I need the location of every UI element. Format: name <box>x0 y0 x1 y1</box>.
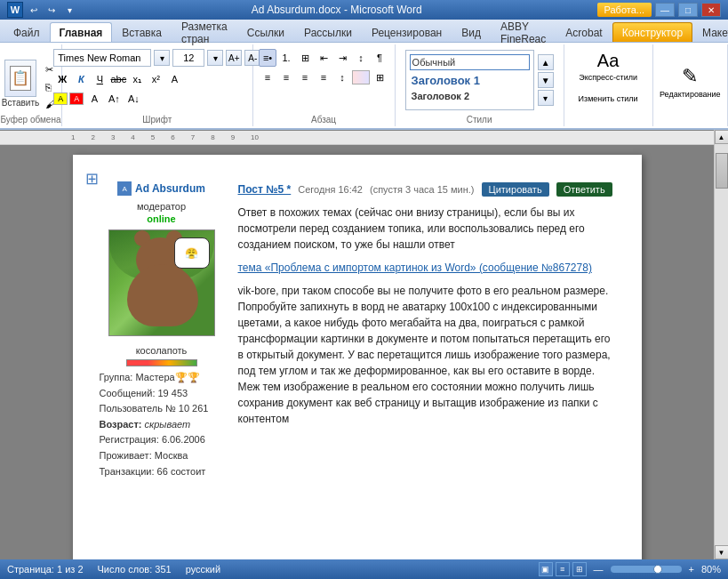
ribbon-panel: 📋 Вставить ✂ ⎘ 🖌 Буфер обмена Times New … <box>0 43 728 130</box>
clipboard-group-label: Буфер обмена <box>0 115 61 125</box>
tab-refs[interactable]: Ссылки <box>237 22 294 42</box>
ribbon-tabs: Файл Главная Вставка Разметка стран Ссыл… <box>0 20 728 43</box>
tab-acrobat[interactable]: Acrobat <box>556 22 612 42</box>
tab-review[interactable]: Рецензирован <box>362 22 452 42</box>
word-count: Число слов: 351 <box>98 564 172 575</box>
window-title: Ad Absurdum.docx - Microsoft Word <box>76 4 597 16</box>
zoom-slider[interactable] <box>611 566 682 573</box>
tab-mailings[interactable]: Рассылки <box>294 22 362 42</box>
close-button[interactable]: ✕ <box>701 3 721 17</box>
document-page-wrapper: ⊞ A Ad Absurdum модератор online <box>73 155 642 549</box>
redo-button[interactable]: ↪ <box>44 3 59 17</box>
post-body-text: vik-bore, при таком способе вы не получи… <box>238 283 615 427</box>
sort-button[interactable]: ↕ <box>352 49 370 67</box>
heading2-style[interactable]: Заголовок 2 <box>410 89 530 103</box>
title-bar-left: W ↩ ↪ ▾ <box>7 2 76 18</box>
font-name-dropdown[interactable]: ▾ <box>154 50 170 66</box>
increase-font-button[interactable]: A+ <box>226 50 242 66</box>
normal-style[interactable]: Обычный <box>410 54 530 70</box>
shading-button[interactable] <box>352 70 370 84</box>
tab-view[interactable]: Вид <box>452 22 491 42</box>
italic-button[interactable]: К <box>72 70 90 88</box>
cite-button[interactable]: Цитировать <box>482 182 549 197</box>
text-effects-button[interactable]: A <box>85 90 103 108</box>
highlight-color-button[interactable]: A <box>53 92 68 105</box>
change-styles-button[interactable]: Изменить стили <box>572 85 644 112</box>
font-grow-button[interactable]: A↑ <box>105 90 123 108</box>
font-size-box[interactable]: 12 <box>172 49 204 67</box>
username-link[interactable]: Ad Absurdum <box>135 182 205 195</box>
styles-gallery[interactable]: Обычный Заголовок 1 Заголовок 2 <box>405 50 534 110</box>
stat-age: Возраст: скрывает <box>100 417 224 433</box>
tab-constructor[interactable]: Конструктор <box>612 22 692 42</box>
align-center-button[interactable]: ≡ <box>277 68 295 86</box>
ribbon-group-express-styles: Aa Экспресс-стили Изменить стили <box>564 44 653 126</box>
vertical-scrollbar[interactable]: ▲ ▼ <box>714 130 728 559</box>
scroll-down-button[interactable]: ▼ <box>715 545 729 559</box>
align-right-button[interactable]: ≡ <box>296 68 314 86</box>
strikethrough-button[interactable]: abc <box>109 70 127 88</box>
scroll-track[interactable] <box>715 144 729 545</box>
bold-button[interactable]: Ж <box>53 70 71 88</box>
post-number-link[interactable]: Пост №5 * <box>238 181 292 197</box>
justify-button[interactable]: ≡ <box>315 68 332 86</box>
font-color-button[interactable]: A <box>69 92 84 105</box>
subscript-button[interactable]: x₁ <box>128 70 146 88</box>
zoom-minus-button[interactable]: — <box>594 564 604 575</box>
active-tab-indicator[interactable]: Работа... <box>597 3 652 17</box>
web-layout-button[interactable]: ⊞ <box>572 562 587 576</box>
zoom-plus-button[interactable]: + <box>689 564 694 575</box>
paste-icon: 📋 <box>4 60 36 97</box>
styles-scroll-down[interactable]: ▼ <box>538 72 554 88</box>
font-group-label: Шрифт <box>62 115 252 125</box>
numbering-button[interactable]: 1. <box>277 49 295 67</box>
styles-scroll-up[interactable]: ▲ <box>538 54 554 70</box>
minimize-button[interactable]: — <box>655 3 675 17</box>
user-header: A Ad Absurdum <box>117 181 205 196</box>
ribbon-group-editing: ✎ Редактирование <box>653 44 728 126</box>
undo-button[interactable]: ↩ <box>27 3 41 17</box>
clear-format-button[interactable]: A <box>165 70 183 88</box>
align-left-button[interactable]: ≡ <box>259 68 276 86</box>
bullets-button[interactable]: ≡• <box>259 49 276 67</box>
paragraph-group-label: Абзац <box>253 115 395 125</box>
show-hide-button[interactable]: ¶ <box>371 49 388 67</box>
decrease-indent-button[interactable]: ⇤ <box>315 49 332 67</box>
post-right-column: Пост №5 * Сегодня 16:42 (спустя 3 часа 1… <box>238 181 615 479</box>
increase-indent-button[interactable]: ⇥ <box>333 49 351 67</box>
add-content-button[interactable]: ⊞ <box>85 169 99 189</box>
bear-illustration: 😤 <box>108 229 215 336</box>
font-size-dropdown[interactable]: ▾ <box>207 50 223 66</box>
superscript-button[interactable]: x² <box>147 70 164 88</box>
tab-abbyy[interactable]: ABBY FineReac <box>491 22 556 42</box>
document-container: 12345678910 ⊞ A Ad Absurdum модератор <box>0 130 714 559</box>
borders-button[interactable]: ⊞ <box>371 68 388 86</box>
heading1-style[interactable]: Заголовок 1 <box>410 72 530 89</box>
qat-dropdown-button[interactable]: ▾ <box>62 3 76 17</box>
ribbon-group-paragraph: ≡• 1. ⊞ ⇤ ⇥ ↕ ¶ ≡ ≡ ≡ ≡ ↕ ⊞ Абзац <box>253 44 396 126</box>
scroll-thumb[interactable] <box>716 153 728 189</box>
scroll-up-button[interactable]: ▲ <box>715 130 729 144</box>
font-name-box[interactable]: Times New Roman <box>53 49 151 67</box>
speech-bubble: 😤 <box>174 237 210 269</box>
tab-file[interactable]: Файл <box>4 22 50 42</box>
status-right: ▣ ≡ ⊞ — + 80% <box>539 562 721 576</box>
underline-button[interactable]: Ч <box>91 70 108 88</box>
reputation-bar <box>126 359 197 366</box>
topic-link[interactable]: тема «Проблема с импортом картинок из Wo… <box>238 260 615 276</box>
tab-layout[interactable]: Разметка стран <box>172 22 237 42</box>
express-styles-button[interactable]: Aa Экспресс-стили <box>572 50 644 82</box>
tab-home[interactable]: Главная <box>50 22 113 42</box>
multilevel-button[interactable]: ⊞ <box>296 49 314 67</box>
tab-layout2[interactable]: Макет <box>692 22 728 42</box>
print-layout-button[interactable]: ▣ <box>539 562 553 576</box>
tab-insert[interactable]: Вставка <box>112 22 172 42</box>
maximize-button[interactable]: □ <box>678 3 698 17</box>
word-icon: W <box>7 2 23 18</box>
styles-expand[interactable]: ▾ <box>538 90 554 106</box>
full-reading-button[interactable]: ≡ <box>556 562 570 576</box>
line-spacing-button[interactable]: ↕ <box>333 68 351 86</box>
editing-button[interactable]: ✎ Редактирование <box>653 50 727 114</box>
reply-button[interactable]: Ответить <box>556 182 612 197</box>
font-shrink-button[interactable]: A↓ <box>124 90 142 108</box>
